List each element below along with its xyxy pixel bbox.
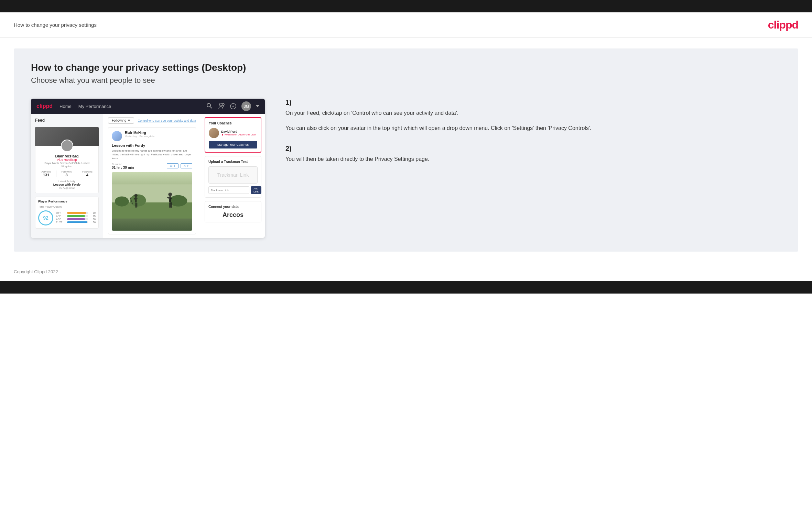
post-tags: OTT APP: [167, 163, 192, 168]
upload-title: Upload a Trackman Test: [208, 160, 258, 164]
svg-point-9: [130, 194, 146, 206]
svg-rect-14: [135, 202, 136, 208]
mock-sidebar: Feed Blair McHarg Plus Handicap Royal No…: [31, 114, 103, 238]
tag-ott: OTT: [167, 163, 178, 168]
svg-point-8: [115, 196, 129, 206]
player-performance: Player Performance Total Player Quality …: [35, 197, 99, 229]
tag-app: APP: [181, 163, 192, 168]
user-stats: Activities 131 Followers 3 Following: [39, 170, 95, 177]
svg-point-17: [168, 192, 172, 196]
svg-point-22: [222, 134, 223, 135]
svg-point-2: [219, 103, 222, 106]
svg-rect-20: [169, 202, 171, 208]
connect-title: Connect your data: [208, 205, 258, 209]
svg-rect-15: [136, 202, 137, 208]
user-club: Royal North Devon Golf Club, United King…: [39, 162, 95, 168]
post-author-info: Blair McHarg Yesterday · Sunningdale: [125, 131, 154, 141]
main-content: How to change your privacy settings (Des…: [14, 48, 798, 252]
trackman-placeholder-text: Trackman Link: [217, 172, 249, 178]
svg-line-1: [210, 107, 212, 108]
latest-activity-date: 03 Aug 2022: [39, 186, 95, 189]
followers-label: Followers: [62, 170, 72, 173]
post-author-name: Blair McHarg: [125, 131, 154, 135]
step2-text: You will then be taken directly to the P…: [285, 155, 781, 164]
latest-activity-name: Lesson with Fordy: [39, 183, 95, 186]
golf-image-svg: [112, 172, 192, 231]
bar-putt: PUTT 96: [56, 221, 96, 223]
user-handicap: Plus Handicap: [39, 158, 95, 162]
mock-nav-performance[interactable]: My Performance: [78, 104, 111, 109]
page-title: How to change your privacy settings: [14, 22, 97, 28]
notification-icon[interactable]: +: [230, 103, 237, 110]
post-title: Lesson with Fordy: [112, 143, 192, 147]
duration-info: Duration 01 hr : 30 min: [112, 163, 134, 169]
trackman-input[interactable]: [208, 186, 249, 194]
bar-ott: OTT 90: [56, 212, 96, 214]
coach-info: David Ford Royal North Devon Golf Club: [221, 130, 256, 136]
bar-arg: ARG 86: [56, 218, 96, 220]
step1-number: 1): [285, 99, 781, 107]
step2-number: 2): [285, 145, 781, 153]
coach-row: David Ford Royal North Devon Golf Club: [209, 128, 257, 138]
post-author-avatar: [112, 131, 122, 141]
trackman-placeholder: Trackman Link: [208, 166, 258, 184]
step1-extra: You can also click on your avatar in the…: [285, 124, 781, 133]
quality-bars: OTT 90 APP 85 ARG: [56, 212, 96, 224]
coaches-title: Your Coaches: [209, 121, 257, 125]
feed-tab[interactable]: Feed: [35, 118, 99, 123]
following-label: Following: [82, 170, 93, 173]
dropdown-icon: [256, 105, 259, 107]
activities-val: 131: [41, 173, 51, 177]
mock-body: Feed Blair McHarg Plus Handicap Royal No…: [31, 114, 265, 238]
user-avatar-nav[interactable]: BM: [241, 101, 251, 111]
svg-point-10: [169, 195, 187, 206]
svg-point-0: [207, 103, 210, 107]
inner-layout: clippd Home My Performance: [31, 99, 781, 238]
bar-app: APP 85: [56, 215, 96, 217]
stat-activities: Activities 131: [41, 170, 51, 177]
post-image: [112, 172, 192, 231]
duration-val: 01 hr : 30 min: [112, 166, 134, 169]
coaches-box: Your Coaches David Ford Ro: [205, 117, 261, 153]
instruction-step-2: 2) You will then be taken directly to th…: [285, 145, 781, 164]
connect-data-box: Connect your data Arccos: [205, 201, 261, 222]
trackman-input-row: Add Link: [208, 186, 258, 194]
people-icon[interactable]: [218, 103, 225, 110]
add-link-button[interactable]: Add Link: [251, 186, 261, 194]
duration-row: Duration 01 hr : 30 min OTT APP: [112, 163, 192, 169]
manage-coaches-button[interactable]: Manage Your Coaches: [209, 141, 257, 148]
search-icon[interactable]: [206, 103, 213, 110]
following-val: 4: [82, 173, 93, 177]
location-icon: [221, 133, 224, 136]
quality-row: 92 OTT 90 APP 85: [38, 210, 96, 225]
upload-trackman-box: Upload a Trackman Test Trackman Link Add…: [205, 156, 261, 198]
mock-nav-icons: + BM: [206, 101, 259, 111]
content-subheading: Choose what you want people to see: [31, 76, 781, 85]
mock-navbar: clippd Home My Performance: [31, 99, 265, 114]
content-heading: How to change your privacy settings (Des…: [31, 62, 781, 73]
svg-point-11: [134, 194, 138, 197]
arccos-label: Arccos: [208, 211, 258, 219]
following-button[interactable]: Following: [108, 117, 134, 124]
activities-label: Activities: [41, 170, 51, 173]
performance-title: Player Performance: [38, 200, 96, 203]
instruction-step-1: 1) On your Feed, click/tap on 'Control w…: [285, 99, 781, 132]
latest-activity-label: Latest Activity: [39, 180, 95, 183]
followers-val: 3: [62, 173, 72, 177]
profile-avatar: [61, 140, 73, 152]
profile-banner: [35, 127, 99, 146]
activity-post: Blair McHarg Yesterday · Sunningdale Les…: [108, 127, 196, 234]
ui-mockup: clippd Home My Performance: [31, 99, 265, 238]
svg-rect-21: [171, 202, 172, 208]
footer: Copyright Clippd 2022: [0, 262, 812, 281]
clippd-logo: clippd: [768, 19, 798, 31]
profile-info: Blair McHarg Plus Handicap Royal North D…: [35, 146, 99, 193]
mock-logo: clippd: [36, 103, 53, 109]
coach-name: David Ford: [221, 130, 256, 133]
mock-nav-home[interactable]: Home: [59, 104, 72, 109]
quality-label: Total Player Quality: [38, 205, 96, 208]
step1-text: On your Feed, click/tap on 'Control who …: [285, 109, 781, 118]
svg-text:+: +: [232, 104, 234, 108]
control-privacy-link[interactable]: Control who can see your activity and da…: [138, 119, 196, 122]
duration-label: Duration: [112, 163, 134, 166]
